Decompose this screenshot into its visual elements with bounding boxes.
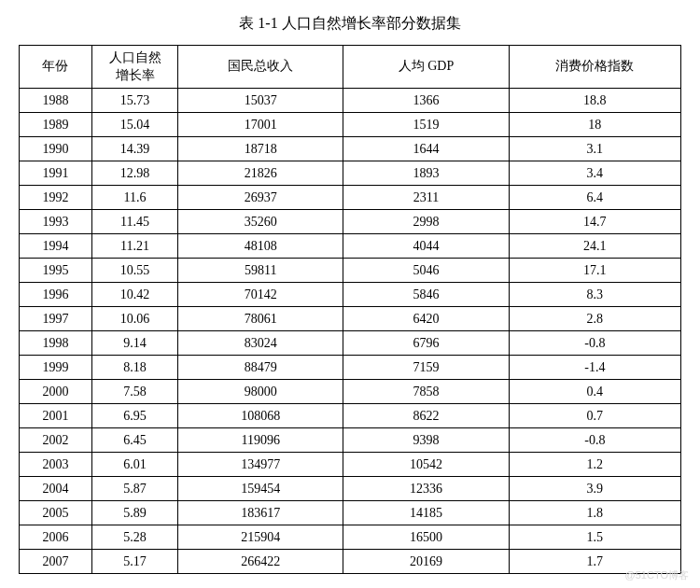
cell-cpi: 0.7 xyxy=(509,404,680,428)
table-row: 198815.7315037136618.8 xyxy=(20,89,681,113)
cell-gdp: 1644 xyxy=(343,137,509,161)
cell-income: 215904 xyxy=(178,525,343,550)
cell-income: 266422 xyxy=(178,550,343,574)
cell-year: 1995 xyxy=(20,259,92,283)
cell-year: 2002 xyxy=(20,428,92,453)
cell-gdp: 6796 xyxy=(343,331,509,356)
table-row: 199510.5559811504617.1 xyxy=(20,259,681,283)
cell-year: 2004 xyxy=(20,477,92,501)
cell-growth: 14.39 xyxy=(91,137,177,161)
table-row: 20036.01134977105421.2 xyxy=(20,453,681,477)
cell-gdp: 4044 xyxy=(343,234,509,259)
cell-cpi: -0.8 xyxy=(509,331,680,356)
cell-growth: 10.55 xyxy=(91,259,177,283)
cell-income: 26937 xyxy=(178,186,343,210)
cell-growth: 11.45 xyxy=(91,210,177,234)
cell-year: 2000 xyxy=(20,380,92,404)
table-row: 20065.28215904165001.5 xyxy=(20,525,681,550)
cell-income: 21826 xyxy=(178,161,343,186)
cell-income: 17001 xyxy=(178,113,343,137)
cell-growth: 6.95 xyxy=(91,404,177,428)
cell-income: 119096 xyxy=(178,428,343,453)
cell-gdp: 10542 xyxy=(343,453,509,477)
cell-gdp: 14185 xyxy=(343,501,509,525)
table-row: 199710.067806164202.8 xyxy=(20,307,681,331)
cell-year: 1999 xyxy=(20,356,92,380)
table-row: 199610.427014258468.3 xyxy=(20,283,681,307)
cell-growth: 11.6 xyxy=(91,186,177,210)
cell-cpi: -1.4 xyxy=(509,356,680,380)
cell-year: 2003 xyxy=(20,453,92,477)
data-table: 年份 人口自然增长率 国民总收入 人均 GDP 消费价格指数 198815.73… xyxy=(19,45,681,574)
cell-gdp: 12336 xyxy=(343,477,509,501)
table-row: 20045.87159454123363.9 xyxy=(20,477,681,501)
cell-growth: 15.73 xyxy=(91,89,177,113)
table-row: 20007.589800078580.4 xyxy=(20,380,681,404)
cell-income: 18718 xyxy=(178,137,343,161)
header-income: 国民总收入 xyxy=(178,46,343,89)
header-row: 年份 人口自然增长率 国民总收入 人均 GDP 消费价格指数 xyxy=(20,46,681,89)
cell-growth: 6.01 xyxy=(91,453,177,477)
cell-year: 1988 xyxy=(20,89,92,113)
table-row: 199211.62693723116.4 xyxy=(20,186,681,210)
header-gdp: 人均 GDP xyxy=(343,46,509,89)
cell-cpi: 1.8 xyxy=(509,501,680,525)
cell-gdp: 9398 xyxy=(343,428,509,453)
cell-gdp: 8622 xyxy=(343,404,509,428)
cell-cpi: 3.9 xyxy=(509,477,680,501)
cell-cpi: 3.4 xyxy=(509,161,680,186)
header-cpi: 消费价格指数 xyxy=(509,46,680,89)
cell-cpi: 18 xyxy=(509,113,680,137)
cell-year: 1997 xyxy=(20,307,92,331)
table-row: 20016.9510806886220.7 xyxy=(20,404,681,428)
cell-gdp: 1893 xyxy=(343,161,509,186)
cell-year: 2005 xyxy=(20,501,92,525)
cell-year: 1996 xyxy=(20,283,92,307)
cell-year: 2007 xyxy=(20,550,92,574)
cell-year: 2001 xyxy=(20,404,92,428)
watermark: @51CTO博客 xyxy=(625,568,689,582)
table-row: 199112.982182618933.4 xyxy=(20,161,681,186)
cell-growth: 5.87 xyxy=(91,477,177,501)
cell-cpi: 17.1 xyxy=(509,259,680,283)
cell-growth: 15.04 xyxy=(91,113,177,137)
cell-gdp: 1519 xyxy=(343,113,509,137)
cell-cpi: 3.1 xyxy=(509,137,680,161)
cell-growth: 7.58 xyxy=(91,380,177,404)
cell-gdp: 1366 xyxy=(343,89,509,113)
cell-income: 35260 xyxy=(178,210,343,234)
cell-gdp: 2998 xyxy=(343,210,509,234)
cell-growth: 5.28 xyxy=(91,525,177,550)
cell-cpi: 8.3 xyxy=(509,283,680,307)
cell-growth: 12.98 xyxy=(91,161,177,186)
cell-income: 48108 xyxy=(178,234,343,259)
cell-income: 88479 xyxy=(178,356,343,380)
cell-gdp: 6420 xyxy=(343,307,509,331)
table-title: 表 1-1 人口自然增长率部分数据集 xyxy=(19,14,681,34)
cell-cpi: 14.7 xyxy=(509,210,680,234)
cell-growth: 6.45 xyxy=(91,428,177,453)
cell-cpi: 24.1 xyxy=(509,234,680,259)
cell-income: 70142 xyxy=(178,283,343,307)
cell-year: 1993 xyxy=(20,210,92,234)
cell-gdp: 5046 xyxy=(343,259,509,283)
cell-growth: 9.14 xyxy=(91,331,177,356)
cell-cpi: 1.5 xyxy=(509,525,680,550)
cell-growth: 11.21 xyxy=(91,234,177,259)
cell-year: 1991 xyxy=(20,161,92,186)
cell-gdp: 16500 xyxy=(343,525,509,550)
table-row: 199411.2148108404424.1 xyxy=(20,234,681,259)
table-row: 19998.18884797159-1.4 xyxy=(20,356,681,380)
cell-growth: 10.42 xyxy=(91,283,177,307)
cell-year: 1990 xyxy=(20,137,92,161)
cell-growth: 5.89 xyxy=(91,501,177,525)
cell-income: 159454 xyxy=(178,477,343,501)
cell-year: 1989 xyxy=(20,113,92,137)
cell-growth: 8.18 xyxy=(91,356,177,380)
cell-gdp: 5846 xyxy=(343,283,509,307)
header-growth: 人口自然增长率 xyxy=(91,46,177,89)
cell-income: 83024 xyxy=(178,331,343,356)
cell-gdp: 7858 xyxy=(343,380,509,404)
cell-income: 78061 xyxy=(178,307,343,331)
cell-gdp: 2311 xyxy=(343,186,509,210)
